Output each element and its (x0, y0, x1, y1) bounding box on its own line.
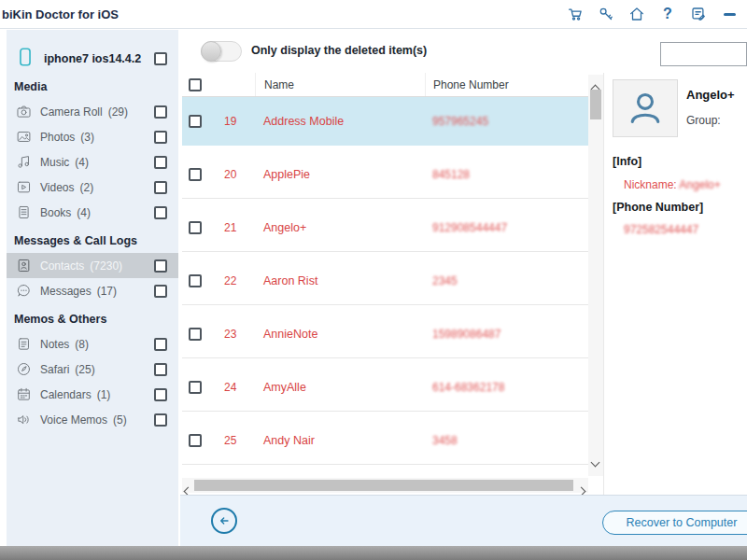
table-row[interactable]: 22 Aaron Rist 2345 (182, 257, 588, 305)
item-checkbox[interactable] (154, 363, 167, 376)
sidebar-item[interactable]: Voice Memos (5) (7, 407, 178, 432)
vertical-scrollbar[interactable] (588, 75, 603, 476)
detail-info-header: [Info] (613, 155, 641, 168)
item-checkbox[interactable] (154, 388, 167, 401)
camera-icon (16, 104, 32, 119)
row-checkbox[interactable] (189, 381, 202, 394)
item-checkbox[interactable] (154, 413, 167, 427)
avatar (613, 79, 678, 137)
item-checkbox[interactable] (154, 259, 167, 273)
books-icon (16, 204, 32, 220)
table-row[interactable]: 21 Angelo+ 912908544447 (182, 203, 588, 252)
section-header-media: Media (14, 80, 178, 94)
deleted-only-toggle[interactable] (201, 41, 242, 62)
item-checkbox[interactable] (154, 131, 167, 144)
toolbar: ? (567, 6, 738, 22)
contacts-icon (16, 258, 32, 273)
help-icon[interactable]: ? (659, 6, 676, 22)
row-checkbox[interactable] (189, 221, 202, 234)
table-row[interactable]: 19 Address Mobile 957965245 (182, 97, 588, 146)
sidebar-item[interactable]: Books (4) (7, 200, 178, 225)
column-header-name[interactable]: Name (255, 73, 425, 96)
sidebar-item[interactable]: Calendars (1) (7, 382, 178, 407)
row-checkbox[interactable] (189, 328, 202, 341)
table-row[interactable]: 25 Andy Nair 3458 (182, 416, 588, 465)
title-bar: biKin Doctor for iOS ? (0, 0, 747, 29)
detail-group-label: Group: (686, 114, 721, 127)
detail-phone-value: 972582544447 (624, 223, 698, 236)
horizontal-scrollbar[interactable] (182, 478, 588, 493)
item-checkbox[interactable] (154, 206, 167, 219)
section-header-memos: Memos & Others (14, 313, 178, 327)
search-input[interactable] (660, 42, 747, 66)
scroll-down-icon[interactable] (592, 453, 599, 469)
table-row[interactable]: 24 AmyAlle 614-68362178 (182, 363, 588, 412)
cart-icon[interactable] (567, 6, 584, 22)
minimize-icon[interactable] (721, 6, 738, 22)
calendar-icon (16, 386, 32, 402)
device-label: iphone7 ios14.4.2 (44, 52, 141, 65)
contact-detail-panel: Angelo+ Group: [Info] Nickname: Angelo+ … (603, 73, 747, 495)
vertical-scroll-thumb[interactable] (590, 90, 601, 119)
voice-memos-icon (16, 412, 32, 427)
item-checkbox[interactable] (154, 105, 167, 119)
home-icon[interactable] (628, 6, 645, 22)
sidebar-item[interactable]: Contacts (7230) (7, 253, 178, 278)
music-icon (16, 154, 32, 170)
row-checkbox[interactable] (189, 168, 202, 181)
sidebar-item[interactable]: Videos (2) (7, 175, 178, 200)
row-checkbox[interactable] (189, 115, 202, 128)
footer-bar: Recover to Computer (180, 495, 747, 546)
photos-icon (16, 129, 32, 145)
row-checkbox[interactable] (189, 274, 202, 287)
table-row[interactable]: 23 AnnieNote 15989086487 (182, 310, 588, 358)
app-title: biKin Doctor for iOS (2, 7, 119, 21)
table-row[interactable]: 20 ApplePie 845128 (182, 150, 588, 199)
detail-phone-header: [Phone Number] (613, 201, 703, 214)
feedback-icon[interactable] (690, 6, 707, 22)
horizontal-scroll-thumb[interactable] (194, 480, 573, 491)
row-checkbox[interactable] (189, 434, 202, 447)
table-header: Name Phone Number (182, 73, 588, 97)
notes-icon (16, 336, 32, 352)
contacts-table: Name Phone Number 19 Address Mobile 9579… (182, 73, 588, 469)
toggle-label: Only display the deleted item(s) (251, 44, 427, 57)
item-checkbox[interactable] (154, 285, 167, 298)
table-body: 19 Address Mobile 957965245 20 ApplePie … (182, 97, 588, 465)
key-icon[interactable] (598, 6, 614, 22)
select-all-checkbox[interactable] (189, 78, 202, 91)
sidebar: iphone7 ios14.4.2 Media Camera Roll (29)… (7, 30, 178, 546)
sidebar-item[interactable]: Messages (17) (7, 278, 178, 303)
media-items: Camera Roll (29) Photos (3) Music (4) Vi… (7, 99, 178, 225)
smartphone-icon (15, 47, 35, 71)
videos-icon (16, 179, 32, 195)
detail-contact-name: Angelo+ (686, 88, 735, 102)
item-checkbox[interactable] (154, 156, 167, 169)
safari-icon (16, 361, 32, 377)
memo-items: Notes (8) Safari (25) Calendars (1) Voic… (7, 331, 178, 432)
recover-to-computer-button[interactable]: Recover to Computer (602, 511, 747, 535)
message-items: Contacts (7230) Messages (17) (7, 253, 178, 303)
sidebar-item[interactable]: Notes (8) (7, 331, 178, 357)
window-bottom-edge (0, 546, 747, 560)
messages-icon (16, 283, 32, 299)
item-checkbox[interactable] (154, 181, 167, 194)
item-checkbox[interactable] (154, 338, 167, 351)
sidebar-item[interactable]: Safari (25) (7, 357, 178, 382)
sidebar-item[interactable]: Camera Roll (29) (7, 99, 178, 124)
device-checkbox[interactable] (154, 52, 167, 65)
detail-nickname: Nickname: Angelo+ (624, 178, 721, 191)
column-header-phone[interactable]: Phone Number (425, 73, 588, 96)
device-row[interactable]: iphone7 ios14.4.2 (7, 47, 178, 71)
sidebar-item[interactable]: Music (4) (7, 149, 178, 175)
back-button[interactable] (211, 508, 237, 534)
list-topbar: Only display the deleted item(s) (180, 30, 747, 73)
section-header-messages: Messages & Call Logs (14, 234, 178, 248)
sidebar-item[interactable]: Photos (3) (7, 124, 178, 149)
